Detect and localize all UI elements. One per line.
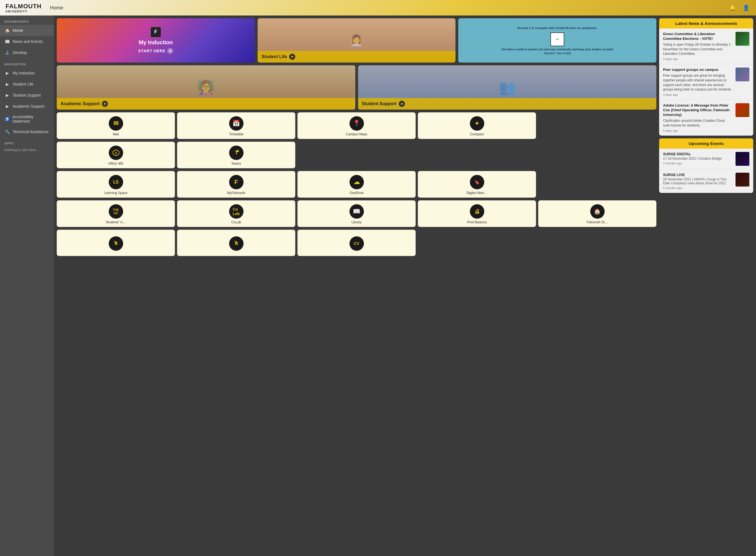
covid-headline: Around 1 in 3 people with Covid-19 have … bbox=[517, 26, 598, 30]
student-life-arrow: ➤ bbox=[289, 54, 295, 60]
circle-arrow-icon6: 🔧 bbox=[4, 129, 10, 135]
logo-sub: UNIVERSITY bbox=[5, 10, 41, 13]
app-compass[interactable]: ✦ Compass bbox=[418, 112, 536, 139]
home-icon: 🏠 bbox=[4, 28, 10, 33]
learning-space-label: Learning Space bbox=[104, 191, 127, 195]
onedrive-label: OneDrive bbox=[350, 191, 364, 195]
app-mail[interactable]: ✉ Mail bbox=[57, 112, 175, 139]
event-title-1: SURGE LIVE bbox=[663, 173, 733, 177]
bottom1-icon: 🖱 bbox=[109, 236, 123, 251]
sidebar-item-student-life[interactable]: ▶ Student Life bbox=[0, 79, 54, 90]
header-actions: 🔔 👤 bbox=[728, 3, 751, 12]
sidebar: DASHBOARDS 🏠 Home 📰 News and Events ⚓ De… bbox=[0, 15, 54, 556]
app-bottom2[interactable]: 🖱 bbox=[177, 230, 295, 256]
timetable-label: Timetable bbox=[229, 132, 243, 136]
sidebar-item-my-induction[interactable]: ▶ My Induction bbox=[0, 68, 54, 79]
induction-banner[interactable]: F My Induction START HERE ➤ bbox=[57, 18, 255, 63]
app-students-union[interactable]: THESU Students' U… bbox=[57, 200, 175, 227]
learning-space-icon: LS bbox=[109, 175, 123, 189]
sidebar-item-accessibility[interactable]: ♿ Accessibility Statement bbox=[0, 112, 54, 126]
print-balance-icon: 🖨 bbox=[470, 204, 484, 219]
sidebar-item-student-support[interactable]: ▶ Student Support bbox=[0, 90, 54, 101]
mail-icon: ✉ bbox=[109, 116, 123, 131]
app-grid-row3: LS Learning Space F MyFalmouth ☁ OneDriv… bbox=[57, 171, 656, 198]
left-column: F My Induction START HERE ➤ 👩‍💼 Student … bbox=[57, 18, 656, 553]
navigation-label: NAVIGATION bbox=[0, 58, 54, 68]
app-office365[interactable]: O Office 365 bbox=[57, 142, 175, 168]
news-body-0: Voting is open Friday 29 October to Mond… bbox=[663, 42, 733, 56]
news-text-2: Adobe License: A Message from Peter Cox … bbox=[663, 103, 733, 132]
campus-maps-label: Campus Maps bbox=[346, 132, 367, 136]
academic-support-banner[interactable]: 👩‍🏫 Academic Support ➤ bbox=[57, 65, 355, 110]
qr-code: QR bbox=[550, 32, 564, 46]
news-text-1: Peer support groups on campus Peer suppo… bbox=[663, 68, 733, 96]
timetable-icon: 📅 bbox=[229, 116, 244, 131]
event-time-0: 4 minutes ago bbox=[663, 162, 733, 165]
academic-people-icon: 👩‍🏫 bbox=[197, 79, 214, 96]
circle-arrow-icon5: ♿ bbox=[4, 116, 10, 122]
app-grid-row1: ✉ Mail 📅 Timetable 📍 Campus Maps ✦ Compa… bbox=[57, 112, 656, 139]
app-myfalmouth[interactable]: F MyFalmouth bbox=[177, 171, 295, 198]
teams-icon: T bbox=[229, 146, 244, 160]
news-item-0[interactable]: Green Committee & Liberation Committee E… bbox=[659, 29, 753, 64]
news-item-2[interactable]: Adobe License: A Message from Peter Cox … bbox=[659, 100, 753, 135]
mail-label: Mail bbox=[113, 132, 119, 136]
app-empty3 bbox=[418, 142, 536, 168]
academic-support-label: Academic Support ➤ bbox=[57, 98, 355, 110]
covid-banner: Around 1 in 3 people with Covid-19 have … bbox=[458, 18, 656, 63]
apps-label: APPS bbox=[0, 137, 54, 147]
colab-label: CoLab bbox=[231, 220, 241, 224]
news-item-1[interactable]: Peer support groups on campus Peer suppo… bbox=[659, 64, 753, 100]
campus-maps-icon: 📍 bbox=[350, 116, 364, 131]
news-time-0: 3 days ago bbox=[663, 57, 733, 61]
sidebar-item-technical[interactable]: 🔧 Technical Assistance bbox=[0, 126, 54, 137]
event-date-0: 17-19 November 2021 | Creative Bridge bbox=[663, 157, 733, 161]
myfalmouth-icon: F bbox=[229, 175, 244, 189]
app-print-balance[interactable]: 🖨 Print Balance bbox=[418, 200, 536, 227]
sidebar-item-develop[interactable]: ⚓ Develop bbox=[0, 47, 54, 58]
app-colab[interactable]: CoLab CoLab bbox=[177, 200, 295, 227]
app-onedrive[interactable]: ☁ OneDrive bbox=[297, 171, 416, 198]
event-text-1: SURGE LIVE 20 November 2021 | AMATA | Su… bbox=[663, 173, 733, 189]
induction-title: My Induction bbox=[139, 39, 173, 46]
app-teams[interactable]: T Teams bbox=[177, 142, 295, 168]
app-falmouth-store[interactable]: 🏠 Falmouth St… bbox=[538, 200, 656, 227]
app-library[interactable]: 📖 Library bbox=[297, 200, 416, 227]
event-thumb-0 bbox=[735, 152, 749, 166]
app-learning-space[interactable]: LS Learning Space bbox=[57, 171, 175, 198]
print-balance-label: Print Balance bbox=[467, 220, 487, 224]
sidebar-item-news-events[interactable]: 📰 News and Events bbox=[0, 36, 54, 47]
app-digital-attendance[interactable]: 🔖 Digital Atten… bbox=[418, 171, 536, 198]
page-title: Home bbox=[50, 5, 63, 11]
news-thumb-1 bbox=[735, 68, 749, 81]
app-timetable[interactable]: 📅 Timetable bbox=[177, 112, 295, 139]
app-bottom1[interactable]: 🖱 bbox=[57, 230, 175, 256]
compass-label: Compass bbox=[470, 132, 484, 136]
news-body-2: Clarification around Adobe Creative Clou… bbox=[663, 118, 733, 128]
content-area: F My Induction START HERE ➤ 👩‍💼 Student … bbox=[54, 15, 756, 556]
user-profile-icon[interactable]: 👤 bbox=[742, 3, 751, 12]
apps-empty: Nothing to see here… bbox=[0, 147, 54, 153]
sidebar-item-academic-support[interactable]: ▶ Academic Support bbox=[0, 101, 54, 112]
app-bottom3[interactable]: CV bbox=[297, 230, 416, 256]
student-life-banner[interactable]: 👩‍💼 Student Life ➤ bbox=[258, 18, 456, 63]
event-date-1: 20 November 2021 | AMATA | Surge is Tom … bbox=[663, 177, 733, 185]
student-support-label: Student Support ➤ bbox=[358, 98, 657, 110]
event-text-0: SURGE DIGITAL 17-19 November 2021 | Crea… bbox=[663, 152, 733, 166]
university-logo: FALMOUTH UNIVERSITY bbox=[5, 3, 41, 13]
news-time-1: 4 days ago bbox=[663, 93, 733, 96]
event-thumb-1 bbox=[735, 173, 749, 186]
svg-point-3 bbox=[237, 150, 239, 152]
news-title-1: Peer support groups on campus bbox=[663, 68, 733, 72]
app-campus-maps[interactable]: 📍 Campus Maps bbox=[297, 112, 416, 139]
digital-attendance-icon: 🔖 bbox=[470, 175, 484, 189]
notifications-icon[interactable]: 🔔 bbox=[728, 3, 737, 12]
event-item-0[interactable]: SURGE DIGITAL 17-19 November 2021 | Crea… bbox=[659, 149, 753, 169]
app-empty5 bbox=[538, 171, 656, 198]
student-support-banner[interactable]: 👥 Student Support ➤ bbox=[358, 65, 657, 110]
sidebar-item-home[interactable]: 🏠 Home bbox=[0, 25, 54, 36]
event-item-1[interactable]: SURGE LIVE 20 November 2021 | AMATA | Su… bbox=[659, 169, 753, 193]
student-support-people-icon: 👥 bbox=[499, 79, 516, 96]
dashboards-label: DASHBOARDS bbox=[0, 15, 54, 25]
news-time-2: 6 days ago bbox=[663, 129, 733, 132]
